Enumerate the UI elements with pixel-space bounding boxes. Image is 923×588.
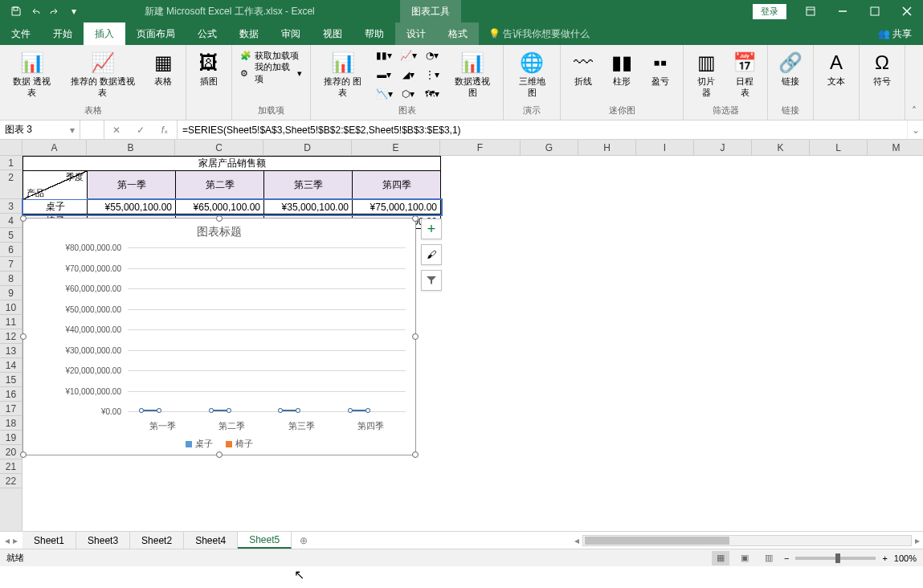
menu-tab-开始[interactable]: 开始 bbox=[42, 22, 84, 45]
login-button[interactable]: 登录 bbox=[753, 4, 786, 19]
row-header-17[interactable]: 17 bbox=[0, 402, 22, 416]
menu-tab-插入[interactable]: 插入 bbox=[84, 22, 125, 45]
sparkline-line-button[interactable]: 〰折线 bbox=[566, 47, 601, 90]
row-header-3[interactable]: 3 bbox=[0, 199, 22, 214]
sheet-nav-prev[interactable]: ◂ bbox=[5, 535, 10, 546]
column-header-K[interactable]: K bbox=[752, 140, 810, 155]
close-button[interactable] bbox=[891, 0, 923, 22]
column-header-I[interactable]: I bbox=[636, 140, 694, 155]
save-button[interactable] bbox=[6, 0, 26, 22]
column-header-G[interactable]: G bbox=[521, 140, 578, 155]
embedded-chart[interactable]: 图表标题 ¥0.00¥10,000,000.00¥20,000,000.00¥3… bbox=[22, 218, 416, 455]
my-addins-button[interactable]: ⚙我的加载项 ▾ bbox=[237, 64, 305, 82]
3d-map-button[interactable]: 🌐三维地 图 bbox=[508, 47, 555, 101]
row-header-22[interactable]: 22 bbox=[0, 474, 22, 488]
redo-button[interactable] bbox=[45, 0, 64, 22]
chart-resize-handle[interactable] bbox=[216, 451, 223, 458]
row-header-19[interactable]: 19 bbox=[0, 431, 22, 445]
row-header-14[interactable]: 14 bbox=[0, 358, 22, 373]
zoom-in-button[interactable]: + bbox=[882, 553, 887, 563]
row-header-10[interactable]: 10 bbox=[0, 300, 22, 315]
row-header-7[interactable]: 7 bbox=[0, 257, 22, 272]
horizontal-scrollbar[interactable] bbox=[582, 535, 912, 546]
row-header-18[interactable]: 18 bbox=[0, 416, 22, 431]
maximize-button[interactable] bbox=[859, 0, 891, 22]
column-header-B[interactable]: B bbox=[87, 140, 175, 155]
column-header-C[interactable]: C bbox=[175, 140, 263, 155]
hscroll-right-button[interactable]: ▸ bbox=[912, 535, 923, 546]
chart-resize-handle[interactable] bbox=[412, 333, 419, 340]
cancel-formula-button[interactable]: ✕ bbox=[104, 125, 129, 136]
page-layout-view-button[interactable]: ▣ bbox=[736, 551, 754, 566]
menu-tab-页面布局[interactable]: 页面布局 bbox=[125, 22, 186, 45]
formula-input[interactable]: =SERIES(Sheet5!$A$3,Sheet5!$B$2:$E$2,She… bbox=[178, 120, 907, 139]
column-header-L[interactable]: L bbox=[810, 140, 868, 155]
menu-tab-视图[interactable]: 视图 bbox=[312, 22, 353, 45]
row-header-15[interactable]: 15 bbox=[0, 373, 22, 387]
ribbon-options-button[interactable] bbox=[794, 0, 827, 22]
column-header-H[interactable]: H bbox=[578, 140, 636, 155]
page-break-view-button[interactable]: ▥ bbox=[760, 551, 778, 566]
symbol-button[interactable]: Ω符号 bbox=[864, 47, 900, 90]
hyperlink-button[interactable]: 🔗链接 bbox=[773, 47, 808, 90]
column-header-E[interactable]: E bbox=[352, 140, 440, 155]
chart-filters-button[interactable] bbox=[421, 270, 442, 291]
normal-view-button[interactable]: ▦ bbox=[712, 551, 729, 566]
fx-button[interactable]: fₓ bbox=[153, 125, 177, 136]
sheet-tab-Sheet3[interactable]: Sheet3 bbox=[76, 532, 130, 549]
menu-tab-审阅[interactable]: 审阅 bbox=[270, 22, 312, 45]
share-button[interactable]: 👥 共享 bbox=[867, 22, 923, 45]
column-header-M[interactable]: M bbox=[868, 140, 923, 155]
chart-resize-handle[interactable] bbox=[216, 215, 223, 222]
chart-x-axis[interactable]: 第一季第二季第三季第四季 bbox=[128, 420, 406, 432]
pivot-table-button[interactable]: 📊数据 透视表 bbox=[5, 47, 59, 101]
chart-styles-button[interactable]: 🖌 bbox=[421, 244, 442, 265]
line-chart-button[interactable]: 📈▾ bbox=[397, 47, 419, 64]
chart-resize-handle[interactable] bbox=[20, 333, 27, 340]
illustrations-button[interactable]: 🖼插图 bbox=[191, 47, 227, 90]
row-header-21[interactable]: 21 bbox=[0, 459, 22, 474]
map-chart-button[interactable]: 🗺▾ bbox=[421, 85, 443, 103]
expand-formula-bar[interactable]: ⌄ bbox=[907, 120, 923, 139]
sheet-tab-Sheet5[interactable]: Sheet5 bbox=[238, 532, 292, 549]
slicer-button[interactable]: ▥切片器 bbox=[688, 47, 724, 101]
undo-button[interactable] bbox=[26, 0, 45, 22]
column-chart-button[interactable]: ▮▮▾ bbox=[373, 47, 395, 64]
new-sheet-button[interactable]: ⊕ bbox=[292, 532, 316, 549]
row-header-16[interactable]: 16 bbox=[0, 387, 22, 402]
column-header-D[interactable]: D bbox=[263, 140, 352, 155]
column-header-F[interactable]: F bbox=[440, 140, 521, 155]
table-button[interactable]: ▦表格 bbox=[145, 47, 181, 90]
qat-customize[interactable]: ▾ bbox=[64, 0, 84, 22]
stock-chart-button[interactable]: 📉▾ bbox=[373, 85, 395, 103]
chart-resize-handle[interactable] bbox=[20, 215, 27, 222]
chart-resize-handle[interactable] bbox=[412, 215, 419, 222]
name-box[interactable]: 图表 3▾ bbox=[0, 120, 80, 139]
sparkline-column-button[interactable]: ▮▮柱形 bbox=[604, 47, 639, 90]
sparkline-winloss-button[interactable]: ▪▪盈亏 bbox=[643, 47, 678, 90]
minimize-button[interactable] bbox=[827, 0, 859, 22]
menu-tab-数据[interactable]: 数据 bbox=[228, 22, 270, 45]
recommended-charts-button[interactable]: 📊推荐的 图表 bbox=[316, 47, 370, 101]
column-header-A[interactable]: A bbox=[22, 140, 87, 155]
hscroll-thumb[interactable] bbox=[585, 537, 729, 545]
chart-bars[interactable] bbox=[128, 247, 406, 411]
timeline-button[interactable]: 📅日程表 bbox=[727, 47, 762, 101]
sheet-tab-Sheet1[interactable]: Sheet1 bbox=[22, 532, 76, 549]
text-button[interactable]: A文本 bbox=[819, 47, 854, 90]
row-header-11[interactable]: 11 bbox=[0, 315, 22, 329]
menu-tab-设计[interactable]: 设计 bbox=[395, 22, 437, 45]
zoom-out-button[interactable]: − bbox=[784, 553, 789, 563]
chart-plot-area[interactable]: ¥0.00¥10,000,000.00¥20,000,000.00¥30,000… bbox=[52, 247, 406, 411]
select-all-corner[interactable] bbox=[0, 140, 22, 156]
row-header-13[interactable]: 13 bbox=[0, 344, 22, 358]
sheet-nav-next[interactable]: ▸ bbox=[13, 535, 18, 546]
scatter-chart-button[interactable]: ⋮▾ bbox=[421, 66, 443, 84]
bar-chart-button[interactable]: ▬▾ bbox=[373, 66, 395, 84]
zoom-slider[interactable] bbox=[795, 557, 876, 560]
column-header-J[interactable]: J bbox=[694, 140, 752, 155]
sheet-tab-Sheet2[interactable]: Sheet2 bbox=[130, 532, 184, 549]
row-header-4[interactable]: 4 bbox=[0, 214, 22, 228]
cells-area[interactable]: 家居产品销售额季度产品第一季第二季第三季第四季桌子¥55,000,100.00¥… bbox=[22, 156, 923, 531]
hscroll-left-button[interactable]: ◂ bbox=[571, 535, 582, 546]
